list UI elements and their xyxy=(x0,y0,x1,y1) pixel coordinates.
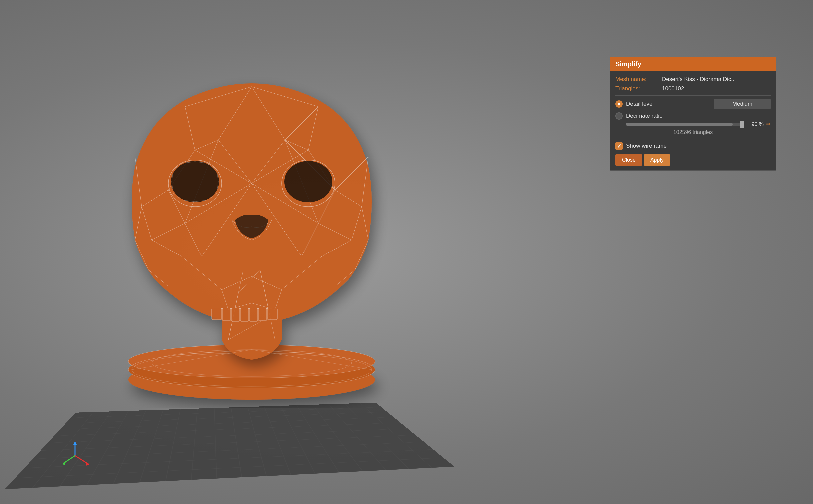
triangles-value: 1000102 xyxy=(662,85,684,92)
svg-rect-125 xyxy=(258,308,267,321)
triangles-result: 102596 triangles xyxy=(615,129,771,135)
skull-model xyxy=(27,7,477,473)
mesh-name-value: Desert's Kiss - Diorama Dic... xyxy=(662,76,736,83)
decimate-ratio-row[interactable]: Decimate ratio xyxy=(615,112,771,120)
detail-level-label: Detail level xyxy=(626,101,714,107)
svg-rect-124 xyxy=(249,308,258,321)
triangles-label: Triangles: xyxy=(615,85,662,92)
triangles-row: Triangles: 1000102 xyxy=(615,85,771,92)
detail-level-radio[interactable] xyxy=(615,100,623,108)
svg-marker-136 xyxy=(86,462,89,466)
svg-point-97 xyxy=(284,161,332,202)
divider-2 xyxy=(615,139,771,139)
panel-title: Simplify xyxy=(615,60,641,68)
svg-rect-121 xyxy=(222,308,231,321)
wireframe-row[interactable]: ✓ Show wireframe xyxy=(615,142,771,150)
detail-level-value[interactable]: Medium xyxy=(714,99,771,109)
svg-marker-134 xyxy=(73,441,77,445)
panel-body: Mesh name: Desert's Kiss - Diorama Dic..… xyxy=(610,71,776,170)
wireframe-label: Show wireframe xyxy=(626,143,667,149)
buttons-row: Close Apply xyxy=(615,154,771,166)
apply-button[interactable]: Apply xyxy=(644,154,670,166)
close-button[interactable]: Close xyxy=(615,154,642,166)
mesh-name-label: Mesh name: xyxy=(615,76,662,83)
decimate-ratio-value: 90 % xyxy=(747,121,764,127)
svg-marker-138 xyxy=(62,461,66,465)
panel-title-bar: Simplify xyxy=(610,57,776,71)
wireframe-checkbox[interactable]: ✓ xyxy=(615,142,623,150)
svg-rect-120 xyxy=(212,308,222,320)
divider-1 xyxy=(615,95,771,96)
slider-thumb[interactable] xyxy=(740,121,744,128)
axis-indicator xyxy=(60,441,90,471)
simplify-panel: Simplify Mesh name: Desert's Kiss - Dior… xyxy=(610,57,776,171)
slider-track[interactable] xyxy=(626,123,744,126)
mesh-name-row: Mesh name: Desert's Kiss - Diorama Dic..… xyxy=(615,76,771,83)
slider-fill xyxy=(626,123,733,126)
slider-row: 90 % ✏ xyxy=(626,121,771,127)
svg-rect-123 xyxy=(240,308,249,321)
svg-rect-122 xyxy=(231,308,240,321)
edit-icon[interactable]: ✏ xyxy=(766,121,771,127)
decimate-ratio-radio[interactable] xyxy=(615,112,623,120)
svg-point-96 xyxy=(171,161,219,202)
detail-level-row[interactable]: Detail level Medium xyxy=(615,99,771,109)
svg-rect-126 xyxy=(267,308,277,320)
decimate-ratio-label: Decimate ratio xyxy=(626,113,771,119)
checkbox-check: ✓ xyxy=(617,143,621,149)
